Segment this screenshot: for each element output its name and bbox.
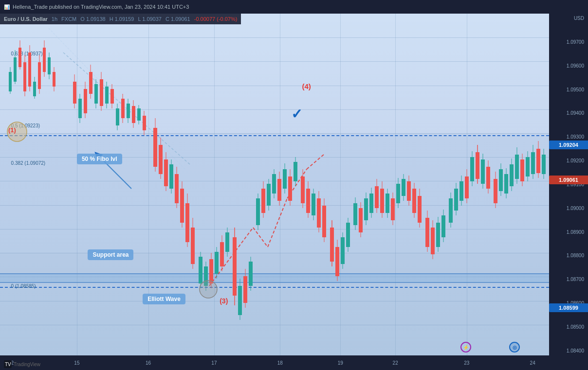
svg-line-3 <box>253 228 268 247</box>
support-price-badge: 1.08599 <box>549 303 588 312</box>
header-bar: 📊 Hellena_Trade published on TradingView… <box>0 0 588 14</box>
ticker-exchange: FXCM <box>61 16 76 22</box>
tv-logo-icon: TV <box>4 360 12 368</box>
tv-logo-text: TradingView <box>14 362 40 367</box>
price-1093: 1.09300 <box>551 134 586 140</box>
time-23: 23 <box>464 360 469 366</box>
ticker-timeframe: 1h <box>52 16 57 22</box>
time-24: 24 <box>530 360 535 366</box>
axis-corner <box>549 355 588 370</box>
header-author: Hellena_Trade published on TradingView.c… <box>13 4 189 10</box>
fibo-annotation: 50 % Fibo lvl <box>77 154 122 164</box>
price-1096: 1.09600 <box>551 63 586 69</box>
time-15: 15 <box>74 360 79 366</box>
resistance-price-badge: 1.09204 <box>549 141 588 149</box>
time-22: 22 <box>393 360 398 366</box>
support-annotation: Support area <box>88 249 133 260</box>
ticker-low: L 1.09037 <box>138 16 162 22</box>
price-1087: 1.08700 <box>551 277 586 282</box>
chart-container: 📊 Hellena_Trade published on TradingView… <box>0 0 588 370</box>
chart-area: 0.618 (1.0937) 0.5 (1.09223) 0.382 (1.09… <box>0 14 549 355</box>
svg-text:TV: TV <box>5 362 11 367</box>
price-1094: 1.09400 <box>551 110 586 116</box>
svg-line-6 <box>307 155 324 169</box>
svg-point-196 <box>200 281 217 298</box>
chart-svg <box>0 14 549 355</box>
indicator-icons: ⚡ <box>460 342 471 352</box>
ticker-close: C 1.09061 <box>165 16 190 22</box>
wave-1-label: (1) <box>8 126 16 134</box>
tv-logo: TV TradingView <box>4 360 40 368</box>
ticker-info: Euro / U.S. Dollar 1h FXCM O 1.09138 H 1… <box>0 14 241 24</box>
price-1089: 1.08900 <box>551 229 586 235</box>
ticker-open: O 1.09138 <box>80 16 105 22</box>
current-price-badge: 1.09061 <box>549 176 588 184</box>
elliott-annotation: Elliott Wave <box>143 294 185 304</box>
time-18: 18 <box>277 360 283 366</box>
price-1095: 1.09500 <box>551 87 586 92</box>
ticker-symbol: Euro / U.S. Dollar <box>4 16 48 22</box>
price-1088: 1.08800 <box>551 253 586 258</box>
wave-4-label: (4) <box>302 82 311 90</box>
price-1092: 1.09200 <box>551 158 586 163</box>
checkmark-icon: ✓ <box>291 106 302 122</box>
svg-line-1 <box>49 28 185 169</box>
ticker-change: -0.00077 (-0.07%) <box>194 16 238 22</box>
usd-label: USD <box>551 16 586 21</box>
tv-header-logo: 📊 <box>4 4 10 10</box>
ticker-high: H 1.09159 <box>110 16 134 22</box>
indicator-icon-2: ◎ <box>509 342 520 352</box>
time-17: 17 <box>211 360 217 366</box>
wave-3-label: (3) <box>220 297 228 305</box>
price-1090: 1.09000 <box>551 206 586 211</box>
price-1097: 1.09700 <box>551 39 586 45</box>
time-16: 16 <box>146 360 151 366</box>
price-1084: 1.08400 <box>551 348 586 353</box>
indicator-icon-1: ⚡ <box>460 342 471 352</box>
indicator-icons-2: ◎ <box>509 342 520 352</box>
time-axis: 12 15 16 17 18 19 22 23 24 <box>0 355 549 370</box>
price-1085: 1.08500 <box>551 324 586 330</box>
time-19: 19 <box>338 360 343 366</box>
